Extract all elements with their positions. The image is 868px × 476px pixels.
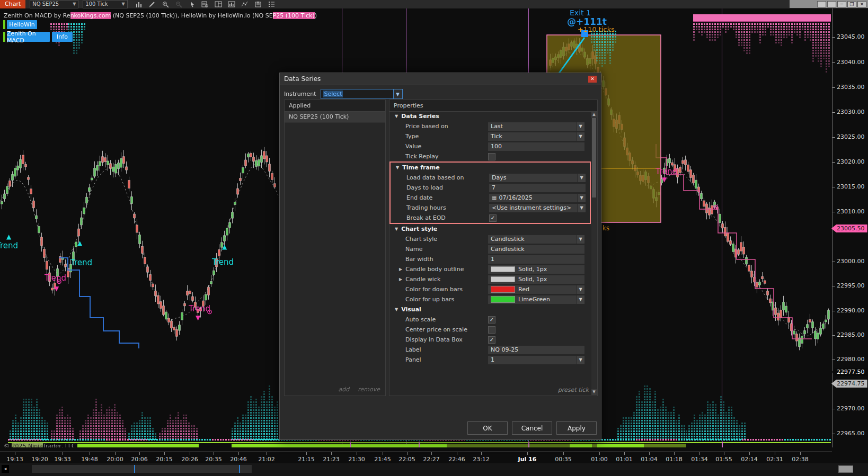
pencil-icon[interactable] — [148, 1, 156, 8]
time-axis[interactable]: 19:1319:2019:3319:4820:0020:0620:1520:26… — [0, 447, 832, 463]
clipboard-icon[interactable] — [254, 1, 262, 8]
chevron-down-icon[interactable]: ▼ — [394, 89, 403, 99]
chevron-down-icon[interactable]: ▼ — [577, 194, 586, 202]
close-button[interactable]: ✕ — [857, 1, 866, 7]
time-tick — [63, 452, 63, 455]
price-axis[interactable]: 23045.0023040.0023035.0023030.0023025.00… — [832, 8, 868, 447]
time-tick — [749, 452, 750, 455]
window-extra-button[interactable] — [827, 1, 836, 7]
dialog-instrument-combo[interactable]: Select — [321, 89, 394, 99]
price-tick: 22970.00 — [832, 405, 865, 412]
chevron-down-icon[interactable]: ▼ — [576, 285, 584, 294]
select-field[interactable]: Red — [488, 285, 576, 294]
scroll-corner-button[interactable] — [838, 465, 853, 473]
chevron-down-icon[interactable]: ▼ — [576, 132, 584, 141]
expand-arrow-icon[interactable]: ▶ — [399, 277, 402, 282]
property-control: Red▼ — [488, 285, 584, 294]
remove-link[interactable]: remove — [358, 386, 380, 393]
interval-selector[interactable]: 100 Tick ▼ — [83, 0, 127, 8]
select-field[interactable]: Candlestick — [488, 235, 576, 244]
text-input[interactable]: NQ 09-25 — [488, 346, 584, 354]
scrollbar-thumb[interactable] — [32, 465, 252, 473]
checkbox-checked[interactable]: ✓ — [488, 316, 495, 324]
properties-scrollbar[interactable]: ▲ ▼ — [591, 112, 597, 395]
expand-arrow-icon[interactable]: ▶ — [399, 267, 402, 272]
select-field[interactable]: LimeGreen — [488, 295, 576, 304]
time-label: 01:18 — [666, 456, 683, 463]
bar-chart-icon[interactable] — [135, 1, 143, 8]
property-label: Load data based on — [391, 174, 489, 181]
property-control: Tick▼ — [488, 132, 584, 141]
chevron-down-icon[interactable]: ▼ — [576, 295, 584, 304]
chevron-down-icon[interactable]: ▼ — [576, 235, 584, 244]
scroll-left-arrow-icon[interactable]: ◂ — [2, 465, 9, 473]
dialog-titlebar[interactable]: Data Series ✕ — [280, 73, 601, 85]
chart-panel-icon[interactable] — [228, 1, 236, 8]
properties-panel: Properties ▼Data SeriesPrice based onLas… — [389, 100, 598, 396]
property-label: Days to load — [391, 184, 489, 191]
price-tick: 23030.00 — [832, 109, 865, 115]
price-tick: 23015.00 — [832, 183, 865, 190]
chevron-down-icon[interactable]: ▼ — [576, 356, 584, 364]
select-field[interactable]: Days — [489, 174, 577, 182]
chevron-down-icon[interactable]: ▼ — [577, 174, 586, 182]
cancel-button[interactable]: Cancel — [512, 421, 552, 435]
time-tick — [306, 452, 307, 455]
indicator-button-info[interactable]: Info — [52, 32, 73, 42]
indicator-button-hellowin[interactable]: HelloWin — [7, 20, 37, 29]
property-control: Candlestick — [488, 245, 584, 254]
select-field[interactable]: Last — [488, 122, 576, 131]
chart-menu-button[interactable]: Chart — [0, 0, 25, 8]
text-input[interactable]: 1 — [488, 255, 584, 264]
scroll-down-icon[interactable]: ▼ — [591, 389, 597, 395]
color-swatch — [491, 286, 515, 293]
zoom-in-icon[interactable] — [162, 1, 170, 8]
text-input[interactable]: 100 — [488, 142, 584, 151]
property-row: Days to load7 — [391, 183, 590, 193]
property-row: Value100 — [389, 141, 591, 151]
select-field[interactable]: ▦07/16/2025 — [489, 194, 577, 202]
chart-scrollbar[interactable]: ◂ — [0, 463, 868, 476]
checkbox-unchecked[interactable] — [488, 326, 495, 334]
restore-button[interactable]: ❐ — [847, 1, 856, 7]
applied-list-item[interactable]: NQ SEP25 (100 Tick) — [285, 112, 385, 123]
section-header[interactable]: ▼Visual — [389, 304, 591, 315]
text-input[interactable]: 7 — [489, 184, 586, 192]
time-tick — [674, 452, 675, 455]
cursor-icon[interactable] — [188, 1, 196, 8]
text-input[interactable]: Candlestick — [488, 245, 584, 254]
scroll-up-icon[interactable]: ▲ — [591, 112, 597, 118]
section-header[interactable]: ▼Chart style — [389, 224, 591, 234]
select-field[interactable]: <Use instrument settings> — [489, 204, 577, 212]
add-link[interactable]: add — [339, 386, 350, 393]
zoom-out-icon[interactable] — [175, 1, 183, 8]
ok-button[interactable]: OK — [467, 421, 508, 435]
apply-button[interactable]: Apply — [556, 421, 597, 435]
list-icon[interactable] — [268, 1, 276, 8]
select-field[interactable]: Tick — [488, 132, 576, 141]
checkbox-checked[interactable]: ✓ — [489, 214, 497, 222]
line-tool-icon[interactable] — [241, 1, 249, 8]
select-field[interactable]: Solid, 1px — [488, 265, 584, 274]
data-box-icon[interactable] — [201, 1, 209, 8]
select-field[interactable]: Solid, 1px — [488, 275, 584, 284]
select-field[interactable]: 1 — [488, 356, 576, 364]
property-label: Color for down bars — [389, 286, 488, 293]
chevron-down-icon[interactable]: ▼ — [577, 204, 586, 212]
property-label: Display in Data Box — [389, 336, 488, 343]
section-header[interactable]: ▼Data Series — [389, 111, 591, 121]
minimize-button[interactable]: ─ — [837, 1, 846, 7]
chevron-down-icon[interactable]: ▼ — [576, 122, 584, 131]
property-label: Name — [389, 246, 488, 253]
property-label: Tick Replay — [389, 153, 488, 160]
scrollbar-thumb[interactable] — [592, 118, 596, 197]
indicator-button-zenith-on-macd[interactable]: Zenith On MACD — [7, 32, 50, 42]
instrument-selector[interactable]: NQ SEP25 ▼ — [30, 0, 78, 8]
preset-link[interactable]: preset tick — [558, 387, 589, 393]
checkbox-checked[interactable]: ✓ — [488, 336, 495, 344]
window-extra-button[interactable] — [817, 1, 826, 7]
dialog-close-icon[interactable]: ✕ — [588, 76, 597, 83]
window-tile-icon[interactable] — [215, 1, 223, 8]
section-header[interactable]: ▼Time frame — [391, 163, 590, 173]
checkbox-unchecked[interactable] — [488, 153, 495, 160]
